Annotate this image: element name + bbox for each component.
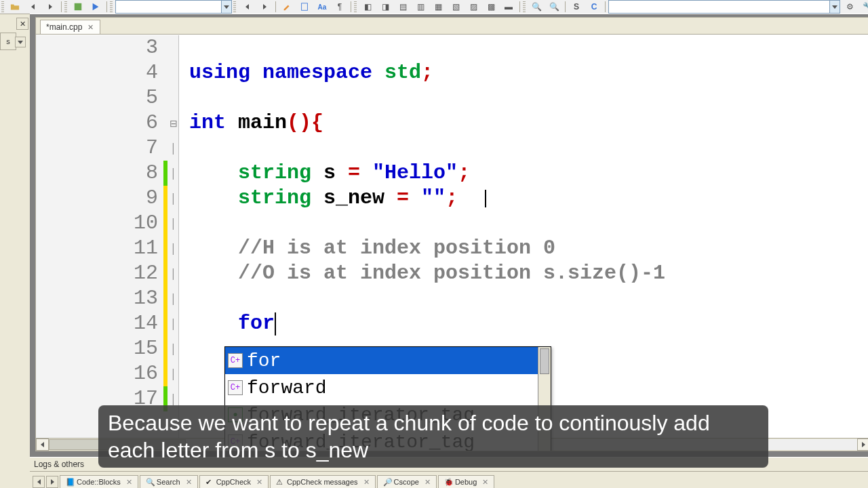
tb-c-icon[interactable]: C (586, 0, 602, 14)
bottom-tab[interactable]: ⚠CppCheck messages✕ (270, 475, 376, 488)
tb-tool-2-icon[interactable]: ◨ (377, 0, 393, 14)
tb-settings-1-icon[interactable]: ⚙ (842, 0, 858, 14)
bottom-tabs-next-icon[interactable] (46, 476, 58, 488)
toolbar-grip[interactable] (110, 1, 113, 12)
tb-zoom-in-icon[interactable]: 🔍 (528, 0, 545, 14)
bottom-tab[interactable]: 📘Code::Blocks✕ (60, 475, 138, 488)
fold-bar: │ (170, 186, 178, 211)
hscroll-left-icon[interactable] (36, 439, 49, 451)
line-number: 15 (36, 336, 162, 361)
code-line[interactable]: for (189, 311, 868, 336)
toolbar-grip[interactable] (233, 1, 236, 12)
bottom-tab-close-icon[interactable]: ✕ (186, 478, 192, 487)
code-line[interactable] (189, 85, 868, 110)
fold-bar: │ (170, 361, 178, 386)
code-line[interactable] (189, 211, 868, 236)
toolbar-dropdown-1[interactable] (115, 0, 232, 14)
tb-tool-3-icon[interactable]: ▤ (395, 0, 411, 14)
toolbar-grip[interactable] (523, 1, 526, 12)
file-tab-bar: *main.cpp ✕ (36, 18, 868, 35)
modification-marker (163, 161, 167, 186)
tb-run-icon[interactable] (87, 0, 104, 14)
tb-save-icon[interactable] (70, 0, 86, 14)
tb-back-icon[interactable] (24, 0, 41, 14)
fold-bar: │ (170, 336, 178, 361)
code-line[interactable]: int main(){ (189, 110, 868, 136)
code-line[interactable]: string s = "Hello"; (189, 161, 868, 186)
fold-bar: │ (170, 211, 178, 236)
modification-marker (163, 236, 167, 261)
workspace: *main.cpp ✕ 34using namespace std;56⊟int… (30, 14, 868, 457)
autocomplete-item[interactable]: C+for (225, 347, 551, 374)
autocomplete-scroll-thumb[interactable] (540, 348, 549, 374)
bottom-tab-icon: 🔍 (146, 478, 154, 486)
tb-aa-icon[interactable]: Aa (314, 0, 330, 14)
side-panel-close[interactable]: ✕ (16, 18, 28, 30)
file-tab-close-icon[interactable]: ✕ (86, 23, 94, 31)
tb-fwd-icon[interactable] (42, 0, 58, 14)
bottom-tab-close-icon[interactable]: ✕ (126, 478, 132, 487)
file-tab[interactable]: *main.cpp ✕ (40, 20, 100, 34)
code-editor[interactable]: 34using namespace std;56⊟int main(){7│8│… (36, 35, 868, 451)
tb-bookmark-icon[interactable] (296, 0, 313, 14)
code-line[interactable]: //H is at index position 0 (189, 236, 868, 261)
tb-tool-1-icon[interactable]: ◧ (359, 0, 376, 14)
side-panel-tab[interactable]: s (0, 33, 16, 50)
tb-tool-7-icon[interactable]: ▨ (465, 0, 481, 14)
tb-indent-icon[interactable]: ¶ (332, 0, 348, 14)
toolbar-grip[interactable] (354, 1, 357, 12)
bottom-tab-close-icon[interactable]: ✕ (425, 478, 431, 487)
toolbar: Aa ¶ ◧ ◨ ▤ ▥ ▦ ▧ ▨ ▩ ▬ 🔍 🔍 S C ⚙ 🔧 (0, 0, 868, 14)
tb-zoom-out-icon[interactable]: 🔍 (546, 0, 562, 14)
autocomplete-item[interactable]: C+forward (225, 374, 551, 401)
tb-next-icon[interactable] (256, 0, 273, 14)
hscroll-right-icon[interactable] (857, 439, 868, 451)
bottom-tab-close-icon[interactable]: ✕ (363, 478, 370, 487)
bottom-tab-close-icon[interactable]: ✕ (256, 478, 262, 487)
tb-tool-9-icon[interactable]: ▬ (500, 0, 517, 14)
modification-marker (163, 336, 167, 361)
toolbar-dropdown-2[interactable] (608, 0, 840, 14)
bottom-tab[interactable]: 🔎Cscope✕ (377, 475, 437, 488)
line-number: 7 (36, 136, 162, 161)
bottom-tab[interactable]: ✔CppCheck✕ (199, 475, 269, 488)
line-number: 3 (36, 35, 162, 60)
bottom-tab[interactable]: 🐞Debug✕ (438, 475, 494, 488)
tb-tool-5-icon[interactable]: ▦ (430, 0, 446, 14)
tb-settings-2-icon[interactable]: 🔧 (859, 0, 868, 14)
code-line[interactable] (189, 35, 868, 60)
toolbar-grip[interactable] (64, 1, 67, 12)
toolbar-grip[interactable] (1, 1, 4, 12)
bottom-tab-icon: ⚠ (276, 478, 284, 486)
modification-marker (163, 261, 167, 286)
line-number: 13 (36, 286, 162, 311)
bottom-tab[interactable]: 🔍Search✕ (140, 475, 198, 488)
tb-tool-8-icon[interactable]: ▩ (483, 0, 499, 14)
code-line[interactable]: //O is at index position s.size()-1 (189, 261, 868, 286)
autocomplete-item-label: for (247, 350, 281, 371)
bottom-tab-icon: ✔ (205, 478, 214, 486)
side-panel: ✕ s (0, 14, 28, 488)
tb-s-icon[interactable]: S (568, 0, 585, 14)
code-line[interactable]: using namespace std; (189, 60, 868, 85)
tb-tool-6-icon[interactable]: ▧ (448, 0, 464, 14)
caption-overlay: Because we want to repeat a chunk of cod… (98, 405, 768, 468)
code-line[interactable] (189, 136, 868, 161)
side-panel-dropdown[interactable] (15, 37, 26, 47)
line-number: 9 (36, 186, 162, 211)
fold-toggle-icon[interactable]: ⊟ (170, 110, 178, 136)
code-line[interactable] (189, 286, 868, 311)
bottom-tab-icon: 📘 (66, 478, 74, 486)
tb-highlight-icon[interactable] (279, 0, 295, 14)
tb-prev-icon[interactable] (239, 0, 255, 14)
code-line[interactable]: string s_new = ""; (189, 186, 868, 211)
autocomplete-item-label: forward (247, 378, 327, 399)
bottom-tabs-prev-icon[interactable] (33, 476, 45, 488)
tb-open-icon[interactable] (7, 0, 23, 14)
fold-bar: │ (170, 261, 178, 286)
bottom-tab-icon: 🐞 (444, 478, 452, 486)
tb-tool-4-icon[interactable]: ▥ (412, 0, 429, 14)
line-number: 16 (36, 361, 162, 386)
svg-rect-1 (302, 3, 308, 11)
bottom-tab-close-icon[interactable]: ✕ (482, 478, 488, 487)
